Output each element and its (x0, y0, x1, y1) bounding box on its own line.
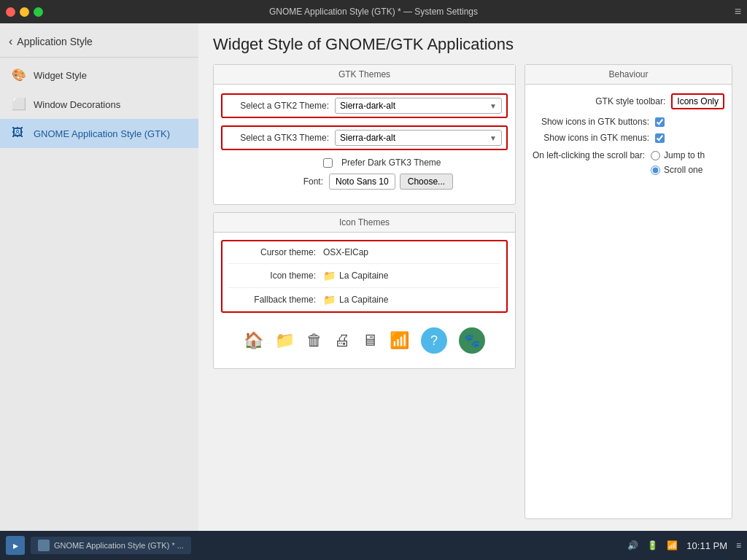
fallback-theme-folder-icon: 📁 (323, 294, 335, 306)
taskbar: ▸ GNOME Application Style (GTK) * ... 🔊 … (0, 531, 747, 560)
gtk2-theme-select[interactable]: Sierra-dark-alt ▼ (335, 98, 502, 114)
icon-theme-row: Icon theme: 📁 La Capitaine (228, 270, 500, 288)
gtk3-theme-row: Select a GTK3 Theme: Sierra-dark-alt ▼ (221, 125, 508, 150)
show-icons-menus-label: Show icons in GTK menus: (540, 133, 649, 143)
gtk3-theme-label: Select a GTK3 Theme: (227, 133, 329, 143)
content-area: Widget Style of GNOME/GTK Applications G… (198, 23, 747, 531)
help-icon: ? (421, 327, 447, 354)
scroll-label-row: On left-clicking the scroll bar: Jump to… (533, 150, 724, 175)
dark-theme-checkbox[interactable] (323, 158, 333, 168)
cursor-theme-label: Cursor theme: (228, 247, 316, 257)
gtk2-theme-label: Select a GTK2 Theme: (227, 101, 329, 111)
cursor-theme-value: OSX-ElCap (323, 247, 368, 257)
window-decorations-icon: ⬜ (12, 97, 26, 112)
gnome-icon: 🐾 (459, 327, 485, 354)
print-icon: 🖨 (334, 331, 350, 350)
menu-icon[interactable]: ≡ (735, 5, 741, 18)
sidebar-item-label: Window Decorations (34, 99, 120, 110)
scroll-label: On left-clicking the scroll bar: (533, 150, 645, 160)
font-row: Font: Noto Sans 10 Choose... (221, 174, 508, 190)
scroll-opt2-label: Scroll one (664, 165, 703, 175)
sidebar-item-window-decorations[interactable]: ⬜ Window Decorations (0, 90, 198, 119)
choose-font-button[interactable]: Choose... (400, 174, 453, 190)
maximize-button[interactable] (34, 7, 43, 17)
icon-theme-label: Icon theme: (228, 271, 316, 281)
gtk-themes-body: Select a GTK2 Theme: Sierra-dark-alt ▼ S… (214, 85, 515, 204)
gtk2-theme-value: Sierra-dark-alt (340, 101, 395, 111)
toolbar-style-row: GTK style toolbar: Icons Only (533, 93, 724, 109)
gtk2-theme-row: Select a GTK2 Theme: Sierra-dark-alt ▼ (221, 93, 508, 118)
monitor-icon: 🖥 (362, 331, 378, 350)
fallback-theme-value: 📁 La Capitaine (323, 294, 388, 306)
sidebar-item-label: Widget Style (34, 70, 87, 81)
page-title: Widget Style of GNOME/GTK Applications (213, 35, 732, 54)
close-button[interactable] (6, 7, 15, 17)
widget-style-icon: 🎨 (12, 68, 26, 82)
sidebar-back-label: Application Style (17, 36, 93, 47)
toolbar-style-label: GTK style toolbar: (533, 96, 665, 106)
sidebar-divider (0, 57, 198, 58)
show-icons-buttons-label: Show icons in GTK buttons: (540, 117, 649, 127)
taskbar-app-label: GNOME Application Style (GTK) * ... (54, 541, 184, 550)
scroll-opt1-label: Jump to th (664, 150, 705, 160)
two-column-layout: GTK Themes Select a GTK2 Theme: Sierra-d… (213, 64, 732, 519)
scroll-opt1-radio[interactable] (651, 151, 660, 160)
dark-theme-label: Prefer Dark GTK3 Theme (341, 158, 441, 168)
behaviour-section: Behaviour GTK style toolbar: Icons Only … (525, 64, 732, 519)
sidebar: ‹ Application Style 🎨 Widget Style ⬜ Win… (0, 23, 198, 531)
font-value: Noto Sans 10 (329, 174, 395, 190)
gtk-themes-header: GTK Themes (214, 65, 515, 85)
titlebar: GNOME Application Style (GTK) * — System… (0, 0, 747, 23)
scroll-radio-group: Jump to th Scroll one (651, 150, 705, 175)
scroll-section: On left-clicking the scroll bar: Jump to… (533, 150, 724, 175)
taskbar-menu-icon[interactable]: ≡ (736, 540, 741, 551)
icon-themes-section: Icon Themes Cursor theme: OSX-ElCap (213, 212, 516, 369)
show-icons-buttons-row: Show icons in GTK buttons: (533, 117, 724, 127)
fallback-theme-row: Fallback theme: 📁 La Capitaine (228, 294, 500, 306)
back-arrow-icon: ‹ (9, 35, 12, 48)
scroll-opt2-row: Scroll one (651, 165, 705, 175)
taskbar-network-icon: 📶 (667, 540, 678, 551)
sidebar-item-gnome-app-style[interactable]: 🖼 GNOME Application Style (GTK) (0, 119, 198, 148)
icon-theme-value: 📁 La Capitaine (323, 270, 388, 281)
main-container: ‹ Application Style 🎨 Widget Style ⬜ Win… (0, 23, 747, 531)
gtk3-theme-select[interactable]: Sierra-dark-alt ▼ (335, 130, 502, 146)
trash-icon: 🗑 (306, 331, 322, 350)
window-controls (6, 7, 43, 17)
fallback-theme-text: La Capitaine (339, 295, 388, 305)
cursor-theme-text: OSX-ElCap (323, 247, 368, 257)
gtk2-dropdown-arrow: ▼ (489, 102, 497, 110)
fallback-theme-label: Fallback theme: (228, 295, 316, 305)
icon-theme-folder-icon: 📁 (323, 270, 335, 281)
window-title: GNOME Application Style (GTK) * — System… (269, 7, 478, 17)
icon-themes-header: Icon Themes (214, 213, 515, 233)
sidebar-item-label: GNOME Application Style (GTK) (34, 128, 170, 139)
right-panel: Behaviour GTK style toolbar: Icons Only … (525, 64, 732, 519)
taskbar-time: 10:11 PM (686, 540, 727, 551)
folder-icon: 📁 (275, 331, 295, 350)
font-label: Font: (221, 176, 323, 187)
behaviour-body: GTK style toolbar: Icons Only Show icons… (525, 85, 732, 184)
taskbar-app-icon (38, 540, 50, 551)
icon-themes-body: Cursor theme: OSX-ElCap Icon theme: 📁 La… (214, 233, 515, 368)
scroll-opt2-radio[interactable] (651, 166, 660, 175)
dark-theme-row: Prefer Dark GTK3 Theme (221, 158, 508, 168)
taskbar-volume-icon: 🔊 (627, 540, 638, 551)
taskbar-app-item[interactable]: GNOME Application Style (GTK) * ... (31, 537, 191, 554)
show-icons-buttons-checkbox[interactable] (655, 117, 665, 127)
taskbar-start-button[interactable]: ▸ (6, 536, 25, 555)
scroll-opt1-row: Jump to th (651, 150, 705, 160)
behaviour-header: Behaviour (525, 65, 732, 85)
gtk-themes-section: GTK Themes Select a GTK2 Theme: Sierra-d… (213, 64, 516, 205)
sidebar-item-widget-style[interactable]: 🎨 Widget Style (0, 61, 198, 90)
home-icon: 🏠 (244, 331, 263, 350)
cursor-theme-row: Cursor theme: OSX-ElCap (228, 247, 500, 264)
taskbar-right: 🔊 🔋 📶 10:11 PM ≡ (627, 540, 741, 551)
minimize-button[interactable] (20, 7, 29, 17)
gtk3-dropdown-arrow: ▼ (489, 134, 497, 142)
toolbar-style-value: Icons Only (671, 93, 724, 109)
left-panel: GTK Themes Select a GTK2 Theme: Sierra-d… (213, 64, 516, 519)
theme-rows-group: Cursor theme: OSX-ElCap Icon theme: 📁 La… (221, 240, 508, 313)
show-icons-menus-checkbox[interactable] (655, 133, 665, 143)
sidebar-back-button[interactable]: ‹ Application Style (0, 29, 198, 54)
